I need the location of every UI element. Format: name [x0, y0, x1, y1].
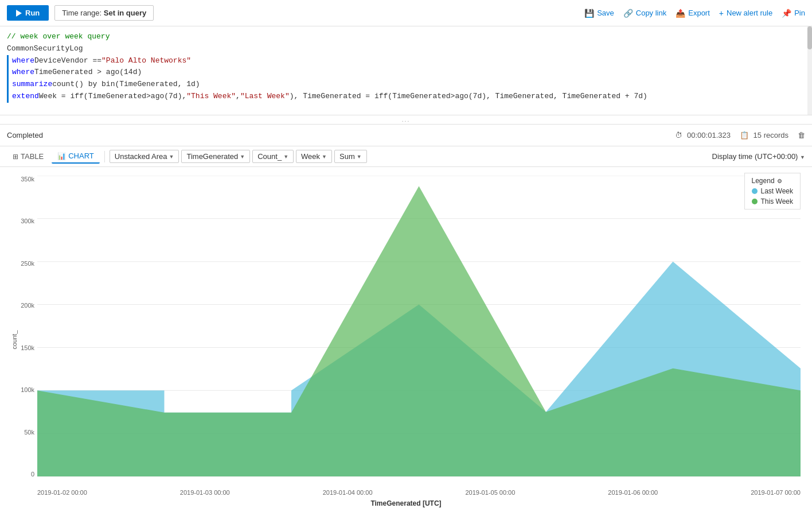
chart-area: count_ 350k 300k 250k 200k 150k 100k 50k…	[0, 167, 812, 512]
this-week-label: This Week	[761, 197, 793, 205]
x-axis-dropdown[interactable]: TimeGenerated ▼	[181, 150, 250, 163]
where-keyword-1: where	[12, 55, 34, 67]
divider	[104, 151, 105, 162]
aggregation-label: Sum	[339, 152, 355, 161]
records-icon-span: 📋 15 records	[740, 131, 788, 139]
x-tick-2: 2019-01-03 00:00	[180, 489, 230, 496]
query-indented-lines: where DeviceVendor == "Palo Alto Network…	[12, 55, 647, 103]
y-tick-350k: 350k	[11, 176, 34, 183]
y-tick-0: 0	[11, 471, 34, 478]
tab-chart[interactable]: 📊 CHART	[52, 149, 100, 164]
x-axis-ticks: 2019-01-02 00:00 2019-01-03 00:00 2019-0…	[37, 489, 801, 496]
y-axis-dropdown[interactable]: Count_ ▼	[252, 150, 294, 163]
tab-table[interactable]: ⊞ TABLE	[7, 150, 49, 163]
line5-comma: ,	[236, 91, 240, 103]
query-editor[interactable]: // week over week query CommonSecurityLo…	[0, 26, 812, 115]
pin-icon: 📌	[782, 9, 791, 18]
this-week-dot	[752, 199, 758, 204]
toolbar-left: Run Time range: Set in query	[7, 5, 154, 21]
main-toolbar: Run Time range: Set in query 💾 Save 🔗 Co…	[0, 0, 812, 26]
save-button[interactable]: 💾 Save	[584, 9, 614, 18]
chevron-down-icon-6: ▼	[800, 154, 805, 160]
clock-icon-span: ⏱ 00:00:01.323	[675, 131, 731, 139]
status-bar: Completed ⏱ 00:00:01.323 📋 15 records 🗑	[0, 125, 812, 146]
chart-type-dropdown[interactable]: Unstacked Area ▼	[110, 150, 179, 163]
display-time-label: Display time (UTC+00:00)	[712, 152, 798, 161]
query-line-1: CommonSecurityLog	[7, 43, 805, 55]
status-completed: Completed	[7, 131, 43, 139]
aggregation-dropdown[interactable]: Sum ▼	[334, 150, 367, 163]
legend-box: Legend ⚙ Last Week This Week	[744, 173, 801, 210]
last-week-label: Last Week	[761, 187, 793, 195]
code-table: CommonSecurityLog	[7, 43, 83, 55]
save-icon: 💾	[584, 9, 594, 18]
copy-link-button[interactable]: 🔗 Copy link	[623, 9, 666, 18]
table-icon: ⊞	[13, 153, 18, 161]
chevron-down-icon-2: ▼	[240, 154, 245, 160]
display-time-button[interactable]: Display time (UTC+00:00) ▼	[712, 152, 805, 161]
save-label: Save	[597, 9, 614, 17]
records-value: 15 records	[754, 131, 788, 139]
main-content: // week over week query CommonSecurityLo…	[0, 26, 812, 512]
line5-rest2: ), TimeGenerated = iff(TimeGenerated>ago…	[290, 91, 647, 103]
completed-label: Completed	[7, 131, 43, 139]
export-button[interactable]: 📤 Export	[676, 9, 710, 18]
query-line-4: summarize count() by bin(TimeGenerated, …	[12, 79, 647, 91]
x-axis-label: TimeGenerated	[186, 152, 238, 161]
chevron-down-icon-5: ▼	[357, 154, 362, 160]
editor-scrollbar[interactable]	[807, 26, 812, 115]
toolbar-right: 💾 Save 🔗 Copy link 📤 Export + New alert …	[584, 9, 805, 18]
y-tick-150k: 150k	[11, 344, 34, 351]
y-tick-300k: 300k	[11, 218, 34, 224]
line5-rest: Week = iff(TimeGenerated>ago(7d),	[39, 91, 186, 103]
legend-title-row[interactable]: Legend ⚙	[752, 177, 793, 185]
query-line-2: where DeviceVendor == "Palo Alto Network…	[12, 55, 647, 67]
time-range-label: Time range:	[62, 9, 102, 17]
play-icon	[16, 10, 22, 17]
chevron-down-icon: ▼	[169, 154, 174, 160]
split-dropdown[interactable]: Week ▼	[296, 150, 332, 163]
chart-icon: 📊	[57, 152, 66, 160]
records-icon: 📋	[740, 131, 749, 139]
x-tick-1: 2019-01-02 00:00	[37, 489, 87, 496]
summarize-keyword: summarize	[12, 79, 52, 91]
x-tick-5: 2019-01-06 00:00	[608, 489, 658, 496]
run-button[interactable]: Run	[7, 5, 49, 21]
resize-dots: ...	[402, 117, 410, 123]
y-tick-100k: 100k	[11, 386, 34, 393]
code-comment: // week over week query	[7, 31, 110, 43]
chevron-down-icon-4: ▼	[322, 154, 327, 160]
legend-item-this-week: This Week	[752, 197, 793, 205]
run-label: Run	[25, 9, 40, 17]
new-alert-button[interactable]: + New alert rule	[719, 9, 772, 18]
y-tick-50k: 50k	[11, 429, 34, 436]
x-tick-3: 2019-01-04 00:00	[323, 489, 373, 496]
code-bar	[7, 55, 9, 103]
x-label-text: TimeGenerated [UTC]	[370, 499, 441, 507]
chart-label: CHART	[68, 152, 94, 160]
export-label: Export	[688, 9, 710, 17]
query-line-comment: // week over week query	[7, 31, 805, 43]
chart-tabs: ⊞ TABLE 📊 CHART Unstacked Area ▼ TimeGen…	[7, 149, 367, 164]
legend-title: Legend	[752, 177, 775, 185]
legend-item-last-week: Last Week	[752, 187, 793, 195]
query-line-3: where TimeGenerated > ago(14d)	[12, 67, 647, 79]
chart-toolbar: ⊞ TABLE 📊 CHART Unstacked Area ▼ TimeGen…	[0, 146, 812, 167]
x-tick-6: 2019-01-07 00:00	[751, 489, 801, 496]
chevron-down-icon-3: ▼	[283, 154, 288, 160]
time-range-button[interactable]: Time range: Set in query	[54, 5, 154, 21]
chart-svg	[37, 176, 801, 478]
table-label: TABLE	[21, 152, 44, 161]
scrollbar-thumb[interactable]	[807, 26, 812, 49]
resize-handle[interactable]: ...	[0, 115, 812, 125]
link-icon: 🔗	[623, 9, 633, 18]
line2-string: "Palo Alto Networks"	[102, 55, 191, 67]
pin-button[interactable]: 📌 Pin	[782, 9, 805, 18]
delete-icon[interactable]: 🗑	[798, 131, 805, 139]
query-block: where DeviceVendor == "Palo Alto Network…	[7, 55, 805, 103]
new-alert-label: New alert rule	[727, 9, 772, 17]
y-tick-250k: 250k	[11, 260, 34, 267]
duration-value: 00:00:01.323	[687, 131, 731, 139]
y-axis-label: Count_	[257, 152, 282, 161]
where-keyword-2: where	[12, 67, 34, 79]
